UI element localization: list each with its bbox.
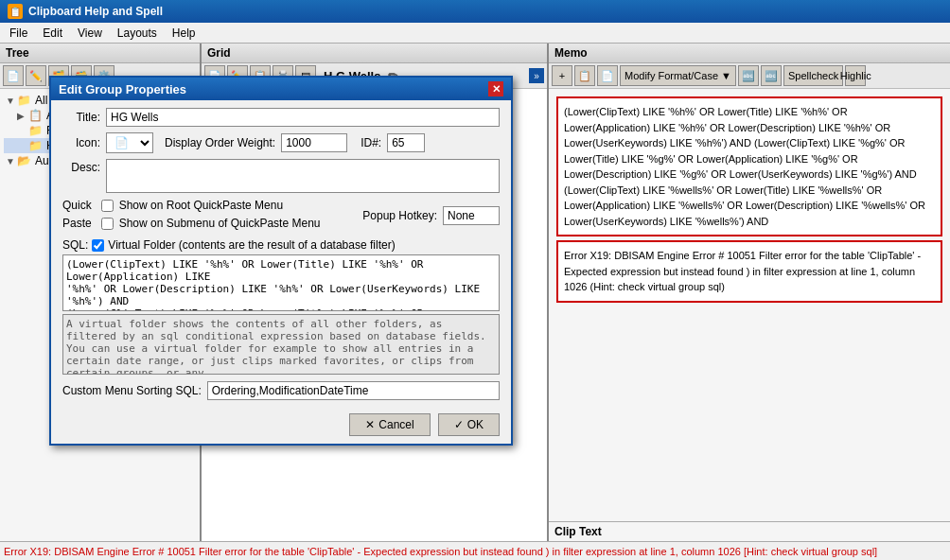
quick-paste-row: Quick Show on Root QuickPaste Menu Paste…	[62, 199, 500, 233]
clip-text-label: Clip Text	[549, 521, 950, 541]
expand-autotags-icon: ▼	[6, 156, 17, 166]
folder-autotags-icon: 📂	[17, 154, 32, 167]
sql-virtual-label: Virtual Folder (contents are the result …	[108, 238, 395, 252]
grid-expand-btn[interactable]: »	[529, 68, 544, 83]
dialog-title-bar: Edit Group Properties ✕	[51, 78, 511, 100]
dialog-body: Title: Icon: 📄 Display Order Weight: ID#…	[51, 100, 511, 408]
error-display-box: Error X19: DBISAM Engine Error # 10051 F…	[556, 240, 942, 303]
status-bar: Error X19: DBISAM Engine Error # 10051 F…	[0, 541, 950, 560]
icon-field-select[interactable]: 📄	[106, 132, 153, 153]
title-row: Title:	[62, 108, 500, 127]
grid-panel-header: Grid	[202, 44, 547, 63]
expand-religion-icon	[17, 126, 28, 136]
memo-btn-3[interactable]: 📄	[597, 65, 618, 86]
memo-panel: Memo + 📋 📄 Modify Format/Case ▼ 🔤 🔤 Spel…	[549, 44, 950, 541]
memo-btn-1[interactable]: +	[552, 65, 572, 86]
menu-layouts[interactable]: Layouts	[112, 25, 163, 42]
custom-sort-input[interactable]	[207, 381, 500, 400]
tree-btn-2[interactable]: ✏️	[26, 65, 46, 86]
menu-bar: File Edit View Layouts Help	[0, 23, 950, 44]
hotkey-area: Popup Hotkey:	[362, 206, 500, 225]
folder-religion-icon: 📁	[28, 124, 44, 137]
menu-view[interactable]: View	[72, 25, 108, 42]
tree-panel-header: Tree	[0, 44, 200, 63]
quick-row: Quick Show on Root QuickPaste Menu	[62, 199, 320, 212]
title-bar: 📋 Clipboard Help and Spell	[0, 0, 950, 23]
desc-field-input[interactable]	[106, 159, 500, 193]
expand-clipboard-icon: ▶	[17, 111, 28, 121]
memo-btn-4[interactable]: 🔤	[738, 65, 759, 86]
memo-format-btn[interactable]: Modify Format/Case ▼	[620, 65, 736, 86]
paste-row: Paste Show on Submenu of QuickPaste Menu	[62, 217, 320, 230]
id-input[interactable]	[387, 133, 425, 152]
paste-label: Paste	[62, 217, 92, 230]
display-order-input[interactable]	[281, 133, 347, 152]
cancel-icon: ✕	[365, 418, 375, 431]
custom-sort-row: Custom Menu Sorting SQL:	[62, 381, 500, 400]
memo-btn-2[interactable]: 📋	[574, 65, 595, 86]
icon-row: Icon: 📄 Display Order Weight: ID#:	[62, 132, 500, 153]
edit-group-dialog: Edit Group Properties ✕ Title: Icon: 📄 D…	[49, 76, 513, 446]
id-label: ID#:	[361, 136, 381, 149]
error-display-text: Error X19: DBISAM Engine Error # 10051 F…	[564, 250, 921, 292]
app-title: Clipboard Help and Spell	[28, 5, 163, 18]
show-submenu-checkbox[interactable]	[101, 218, 114, 230]
memo-toolbar: + 📋 📄 Modify Format/Case ▼ 🔤 🔤 Spellchec…	[549, 63, 950, 89]
popup-hotkey-input[interactable]	[443, 206, 500, 225]
desc-row: Desc:	[62, 159, 500, 193]
sql-input[interactable]: (Lower(ClipText) LIKE '%h%' OR Lower(Tit…	[62, 254, 500, 311]
memo-spell-btn[interactable]: Spellcheck	[783, 65, 843, 86]
sql-label-row: SQL: Virtual Folder (contents are the re…	[62, 238, 500, 252]
sql-display-text: (Lower(ClipText) LIKE '%h%' OR Lower(Tit…	[564, 106, 925, 227]
ok-icon: ✓	[454, 418, 464, 431]
expand-all-icon: ▼	[6, 96, 17, 106]
dialog-buttons: ✕ Cancel ✓ OK	[51, 408, 511, 444]
ok-label: OK	[467, 418, 484, 431]
sql-description: A virtual folder shows the contents of a…	[62, 314, 500, 375]
folder-all-icon: 📁	[17, 94, 32, 107]
cancel-label: Cancel	[378, 418, 413, 431]
icon-field-label: Icon:	[62, 136, 100, 149]
app-icon: 📋	[8, 4, 23, 19]
show-root-checkbox[interactable]	[101, 200, 114, 212]
quick-paste-labels: Quick Show on Root QuickPaste Menu Paste…	[62, 199, 320, 233]
title-field-input[interactable]	[106, 108, 500, 127]
memo-btn-5[interactable]: 🔤	[761, 65, 782, 86]
memo-highlight-btn[interactable]: Highlic	[845, 65, 866, 86]
sql-display-box: (Lower(ClipText) LIKE '%h%' OR Lower(Tit…	[556, 96, 942, 236]
quick-label: Quick	[62, 199, 92, 212]
sql-section: SQL: Virtual Folder (contents are the re…	[62, 238, 500, 400]
title-field-label: Title:	[62, 111, 100, 124]
menu-file[interactable]: File	[4, 25, 33, 42]
memo-content: (Lower(ClipText) LIKE '%h%' OR Lower(Tit…	[549, 89, 950, 521]
tree-btn-1[interactable]: 📄	[3, 65, 24, 86]
sql-virtual-folder-checkbox[interactable]	[92, 239, 104, 252]
expand-hgwells-icon	[17, 141, 28, 151]
status-text: Error X19: DBISAM Engine Error # 10051 F…	[4, 546, 877, 557]
display-order-label: Display Order Weight:	[165, 136, 275, 149]
cancel-button[interactable]: ✕ Cancel	[349, 413, 430, 436]
folder-hgwells-icon: 📁	[28, 139, 44, 152]
show-submenu-label: Show on Submenu of QuickPaste Menu	[119, 217, 321, 230]
popup-hotkey-label: Popup Hotkey:	[362, 209, 437, 222]
dialog-close-btn[interactable]: ✕	[488, 81, 503, 96]
tree-label-all: All	[35, 94, 47, 107]
show-root-label: Show on Root QuickPaste Menu	[119, 199, 283, 212]
dialog-title-text: Edit Group Properties	[59, 82, 186, 96]
ok-button[interactable]: ✓ OK	[438, 413, 500, 436]
sql-field-label: SQL:	[62, 238, 88, 252]
custom-sort-label: Custom Menu Sorting SQL:	[62, 384, 202, 397]
menu-edit[interactable]: Edit	[37, 25, 68, 42]
memo-panel-header: Memo	[549, 44, 950, 63]
desc-field-label: Desc:	[62, 159, 100, 174]
menu-help[interactable]: Help	[167, 25, 202, 42]
folder-clipboard-icon: 📋	[28, 109, 44, 122]
